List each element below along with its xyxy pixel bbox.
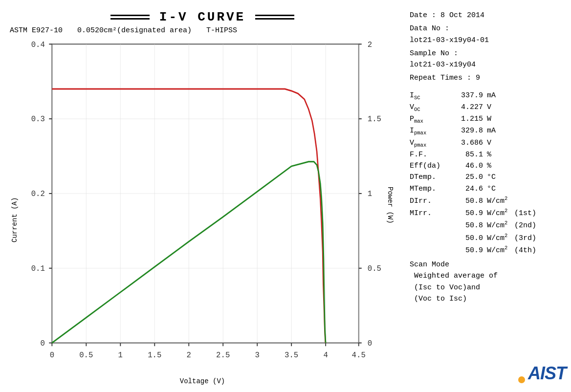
param-name: MIrr. <box>410 208 456 219</box>
sample-no-label: Sample No : <box>410 49 458 58</box>
chart-wrapper: Current (A) <box>10 38 395 387</box>
date-label: Date : <box>410 11 436 20</box>
param-unit: W/cm2 <box>483 244 512 256</box>
subtitle-area: 0.0520cm²(designated area) <box>77 26 192 35</box>
param-unit: W/cm2 <box>483 232 512 244</box>
param-note: (2nd) <box>512 220 536 231</box>
main-container: I-V CURVE ASTM E927-10 0.0520cm²(designa… <box>0 0 571 392</box>
param-name: Vpmax <box>410 137 456 149</box>
title-text: I-V CURVE <box>159 10 245 24</box>
param-name: ISC <box>410 90 456 102</box>
data-no-label: Data No : <box>410 24 449 33</box>
param-row: 50.0W/cm2(3rd) <box>410 232 566 244</box>
subtitle-standard: ASTM E927-10 <box>10 26 63 35</box>
svg-text:0: 0 <box>50 350 54 360</box>
aist-dot <box>518 376 525 383</box>
param-row: Pmax1.215W <box>410 113 566 125</box>
y-axis-left-label: Current (A) <box>10 38 20 387</box>
scan-mode-block: Scan Mode Weighted average of (Isc to Vo… <box>410 259 566 305</box>
chart-area: Current (A) <box>10 38 395 387</box>
param-name: Eff(da) <box>410 160 456 172</box>
param-row: Vpmax3.686V <box>410 137 566 149</box>
param-value: 85.1 <box>456 149 483 160</box>
param-row: MIrr.50.9W/cm2(1st) <box>410 207 566 219</box>
param-unit: V <box>483 137 512 149</box>
title-lines-right <box>255 15 294 20</box>
svg-text:0: 0 <box>368 338 372 348</box>
param-value: 50.8 <box>456 220 483 231</box>
data-no-value: lot21-03-x19y04-01 <box>410 36 489 44</box>
svg-text:3.5: 3.5 <box>285 350 298 360</box>
svg-text:3: 3 <box>255 350 259 360</box>
repeat-value: 9 <box>476 74 480 82</box>
repeat-block: Repeat Times : 9 <box>410 72 566 84</box>
svg-text:1.5: 1.5 <box>368 114 381 124</box>
svg-text:0.4: 0.4 <box>31 40 45 49</box>
svg-text:0.5: 0.5 <box>79 350 93 360</box>
svg-text:1: 1 <box>368 189 373 199</box>
param-unit: W <box>483 113 512 125</box>
svg-text:2.5: 2.5 <box>216 350 230 360</box>
param-value: 329.8 <box>456 125 483 136</box>
sample-no-value: lot21-03-x19y04 <box>410 61 476 69</box>
param-value: 337.9 <box>456 90 483 101</box>
param-name: MTemp. <box>410 183 456 195</box>
param-unit: W/cm2 <box>483 195 512 207</box>
param-name: VOC <box>410 102 456 113</box>
param-name: DTemp. <box>410 172 456 183</box>
param-name: DIrr. <box>410 196 456 207</box>
param-value: 25.0 <box>456 172 483 183</box>
param-value: 4.227 <box>456 102 483 113</box>
subtitle-device: T-HIPSS <box>206 26 237 35</box>
svg-text:1: 1 <box>118 350 123 360</box>
param-unit: W/cm2 <box>483 207 512 219</box>
param-row: DIrr.50.8W/cm2 <box>410 195 566 207</box>
param-value: 50.8 <box>456 196 483 207</box>
param-note: (3rd) <box>512 233 536 244</box>
param-unit: °C <box>483 172 512 183</box>
param-row: 50.9W/cm2(4th) <box>410 244 566 256</box>
svg-text:0.3: 0.3 <box>31 114 45 124</box>
chart-title: I-V CURVE <box>5 5 400 25</box>
param-unit: % <box>483 149 512 160</box>
sample-no-block: Sample No : lot21-03-x19y04 <box>410 48 566 71</box>
svg-text:2: 2 <box>187 350 191 360</box>
title-lines-left <box>110 15 150 20</box>
param-value: 46.0 <box>456 160 483 172</box>
date-block: Date : 8 Oct 2014 <box>410 10 566 21</box>
param-unit: mA <box>483 90 512 101</box>
param-row: VOC4.227V <box>410 102 566 113</box>
param-note: (4th) <box>512 245 536 256</box>
scan-mode-label: Scan Mode <box>410 259 566 270</box>
param-value: 50.0 <box>456 233 483 244</box>
svg-text:0.2: 0.2 <box>31 189 45 199</box>
params-table: ISC337.9mAVOC4.227VPmax1.215WIpmax329.8m… <box>410 90 566 257</box>
title-line-1 <box>110 15 150 16</box>
subtitle-bar: ASTM E927-10 0.0520cm²(designated area) … <box>5 25 400 38</box>
param-value: 1.215 <box>456 113 483 125</box>
param-value: 3.686 <box>456 137 483 149</box>
param-unit: W/cm2 <box>483 219 512 231</box>
param-value: 24.6 <box>456 183 483 195</box>
date-value: 8 Oct 2014 <box>440 11 484 20</box>
aist-logo: AIST <box>410 355 566 387</box>
svg-text:0: 0 <box>40 338 44 348</box>
title-line-3 <box>255 15 294 16</box>
param-name: F.F. <box>410 149 456 160</box>
right-panel: Date : 8 Oct 2014 Data No : lot21-03-x19… <box>400 5 566 387</box>
title-line-2 <box>110 18 150 20</box>
param-note: (1st) <box>512 208 536 219</box>
svg-text:4: 4 <box>323 350 328 360</box>
data-no-block: Data No : lot21-03-x19y04-01 <box>410 23 566 46</box>
repeat-label: Repeat Times : <box>410 74 471 82</box>
param-unit: % <box>483 160 512 172</box>
svg-text:2: 2 <box>368 40 372 49</box>
param-row: 50.8W/cm2(2nd) <box>410 219 566 231</box>
svg-text:0.5: 0.5 <box>368 263 381 273</box>
scan-mode-description: Weighted average of (Isc to Voc)and (Voc… <box>410 270 566 305</box>
param-unit: mA <box>483 125 512 136</box>
svg-text:0.1: 0.1 <box>31 263 45 273</box>
y-axis-right-label: Power (W) <box>385 38 395 387</box>
param-unit: V <box>483 102 512 113</box>
chart-svg: 0 0.1 0.2 0.3 0.4 0 0.5 1 1.5 2 2.5 <box>20 38 385 375</box>
